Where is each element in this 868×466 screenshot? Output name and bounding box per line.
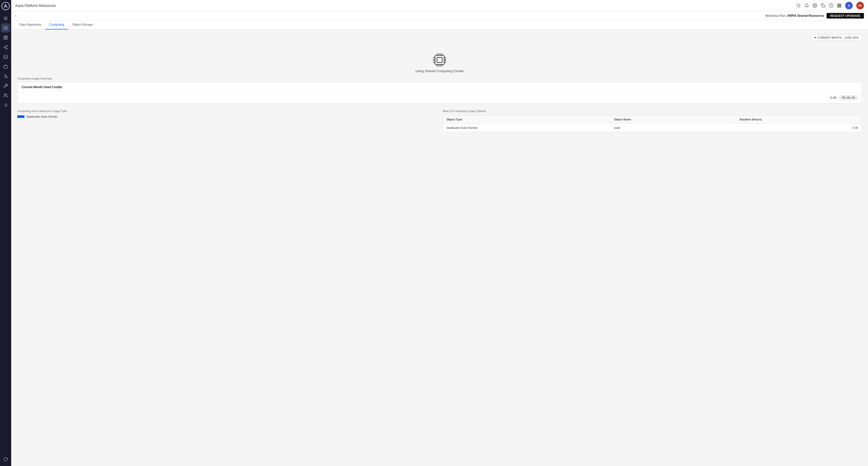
usage-card-header: Current Month Used Credits (18, 82, 862, 92)
top10-title: Most 10 Computing Usage Objects (443, 109, 862, 112)
sidebar-icon-tools[interactable] (1, 81, 10, 91)
bottom-section: Computing Hours based on Usage Type Data… (17, 109, 862, 132)
search-icon[interactable] (796, 3, 801, 8)
col-object-type: Object Type (443, 115, 611, 124)
usage-timer: 00:00:02 (839, 95, 858, 100)
topbar: Arpia Platform Resources A SV (11, 0, 868, 11)
svg-point-8 (6, 48, 7, 49)
computing-hours-title: Computing Hours based on Usage Type (17, 109, 437, 112)
computing-hours-legend: DataKubes Kube Render (17, 115, 437, 118)
history-icon[interactable] (829, 3, 833, 8)
content-header: ▼ CURRENT MONTH - JUNE 2024 (17, 35, 862, 41)
content-area: ▼ CURRENT MONTH - JUNE 2024 (11, 30, 868, 466)
svg-rect-35 (840, 6, 841, 7)
grid-apps-icon[interactable] (837, 3, 842, 8)
legend-label: DataKubes Kube Render (26, 115, 58, 118)
svg-line-23 (799, 6, 800, 7)
sidebar-icon-database[interactable] (1, 23, 10, 33)
svg-rect-3 (6, 36, 7, 37)
app-logo[interactable] (2, 2, 10, 10)
svg-rect-31 (839, 5, 840, 6)
svg-rect-32 (840, 5, 841, 6)
svg-line-10 (5, 46, 6, 47)
user-avatar-sv[interactable]: SV (856, 2, 864, 9)
svg-rect-2 (4, 36, 5, 37)
sidebar-icon-inbox[interactable] (1, 52, 10, 62)
sidebar-icon-person-settings[interactable] (1, 72, 10, 81)
usage-table: Object Type Object Name Duration (Hours)… (443, 115, 862, 132)
svg-point-22 (797, 4, 800, 7)
usage-value: 0.00 (830, 96, 836, 100)
main-wrapper: Arpia Platform Resources A SV (11, 0, 868, 466)
svg-point-13 (5, 75, 6, 76)
workarea-plan-label: Workarea Plan: ARPIA Shared Resources (765, 14, 824, 18)
sidebar-icon-apps[interactable]: ⊞ (1, 14, 10, 23)
workarea-plan-name: ARPIA Shared Resources (787, 14, 824, 18)
svg-rect-25 (823, 5, 825, 7)
svg-rect-36 (435, 56, 444, 65)
svg-rect-30 (837, 5, 838, 6)
svg-point-6 (6, 45, 7, 47)
tab-data-repository[interactable]: Data Repository (15, 20, 45, 30)
sidebar-icon-share[interactable] (1, 43, 10, 52)
sidebar: ⊞ (0, 0, 11, 466)
svg-point-15 (4, 94, 6, 95)
svg-rect-5 (6, 38, 7, 39)
top10-section: Most 10 Computing Usage Objects Object T… (443, 109, 862, 132)
svg-line-9 (5, 47, 6, 48)
svg-rect-29 (840, 4, 841, 5)
notifications-icon[interactable] (804, 3, 809, 8)
col-object-name: Object Name (611, 115, 736, 124)
page-title: Arpia Platform Resources (15, 4, 793, 8)
svg-point-7 (4, 47, 5, 48)
svg-rect-27 (837, 4, 838, 5)
copy-icon[interactable] (821, 3, 825, 8)
svg-rect-33 (837, 6, 838, 7)
usage-card: Current Month Used Credits 0.00 00:00:02 (17, 82, 862, 103)
table-header-row: Object Type Object Name Duration (Hours) (443, 115, 862, 124)
legend-item: DataKubes Kube Render (17, 115, 437, 118)
usage-card-body: 0.00 00:00:02 (18, 92, 862, 103)
svg-point-1 (4, 26, 7, 28)
sidebar-icon-briefcase[interactable] (1, 62, 10, 71)
tabs-bar: Data Repository Computing Object Storage (11, 20, 868, 30)
tab-object-storage[interactable]: Object Storage (68, 20, 97, 30)
tab-computing[interactable]: Computing (45, 20, 68, 30)
topbar-icons: A SV (796, 2, 864, 9)
sidebar-icon-list[interactable] (1, 101, 10, 110)
svg-rect-37 (437, 58, 442, 63)
sidebar-icon-grid[interactable] (1, 33, 10, 42)
cell-object-type: DataKubes Kube Render (443, 124, 611, 132)
cpu-icon (430, 51, 449, 69)
user-avatar-blue[interactable]: A (845, 2, 853, 9)
sub-topbar-left: ‹ (15, 14, 17, 18)
svg-rect-4 (4, 38, 5, 39)
sidebar-icon-group[interactable] (1, 91, 10, 100)
usage-summary-title: Computing Usage Summary (17, 77, 862, 80)
sidebar-icon-refresh[interactable] (1, 455, 10, 464)
cell-object-name: kub0 (611, 124, 736, 132)
month-dropdown[interactable]: ▼ CURRENT MONTH - JUNE 2024 (810, 35, 862, 41)
table-row: DataKubes Kube Render kub0 0.00 (443, 124, 862, 132)
settings-icon[interactable] (813, 3, 817, 8)
svg-rect-12 (4, 66, 8, 68)
computing-hours-section: Computing Hours based on Usage Type Data… (17, 109, 437, 132)
cluster-label: Using Shared Computing Cluster (415, 69, 464, 73)
cluster-section: Using Shared Computing Cluster (17, 45, 862, 77)
request-upgrade-button[interactable]: REQUEST UPGRADE (827, 13, 864, 19)
usage-summary-section: Computing Usage Summary Current Month Us… (17, 77, 862, 103)
back-button[interactable]: ‹ (15, 14, 17, 18)
svg-rect-28 (839, 4, 840, 5)
cell-duration: 0.00 (736, 124, 862, 132)
svg-point-24 (814, 5, 816, 6)
month-dropdown-label: ▼ CURRENT MONTH - JUNE 2024 (814, 36, 859, 39)
legend-color (17, 115, 24, 118)
svg-point-0 (2, 2, 9, 10)
svg-rect-34 (839, 6, 840, 7)
col-duration: Duration (Hours) (736, 115, 862, 124)
sub-topbar: ‹ Workarea Plan: ARPIA Shared Resources … (11, 11, 868, 20)
